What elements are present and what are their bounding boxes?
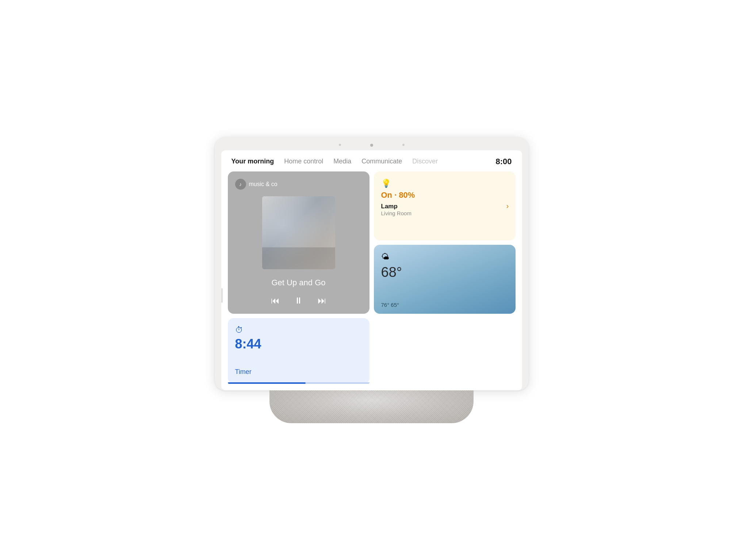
- music-app-name: music & co: [249, 181, 277, 188]
- temperature-main: 68°: [381, 264, 508, 283]
- speaker-base: [269, 390, 474, 423]
- weather-card[interactable]: 🌤 68° 76° 65°: [374, 245, 516, 314]
- nav-your-morning[interactable]: Your morning: [231, 158, 274, 165]
- navbar: Your morning Home control Media Communic…: [221, 150, 522, 171]
- weather-icon-row: 🌤: [381, 252, 508, 262]
- nav-communicate[interactable]: Communicate: [361, 158, 402, 165]
- lamp-icon: 💡: [381, 179, 508, 188]
- lamp-card[interactable]: 💡 On · 80% Lamp Living Room ›: [374, 171, 516, 240]
- nav-media[interactable]: Media: [333, 158, 351, 165]
- timer-icon: ⏱: [235, 325, 362, 335]
- google-nest-hub: Your morning Home control Media Communic…: [215, 137, 529, 423]
- pause-button[interactable]: ⏸: [294, 296, 303, 305]
- prev-button[interactable]: ⏮: [271, 296, 280, 305]
- device-body: Your morning Home control Media Communic…: [215, 137, 529, 390]
- lamp-chevron-icon[interactable]: ›: [506, 202, 509, 210]
- lamp-status: On · 80%: [381, 190, 508, 200]
- music-card[interactable]: ♪ music & co Get Up and Go ⏮ ⏸ ⏭: [228, 171, 369, 314]
- music-app-label: ♪ music & co: [235, 179, 277, 190]
- music-app-icon: ♪: [235, 179, 246, 190]
- camera-dot-left: [339, 144, 341, 146]
- content-grid: ♪ music & co Get Up and Go ⏮ ⏸ ⏭: [221, 171, 522, 390]
- camera-dot-center: [370, 144, 373, 147]
- album-art: [262, 196, 335, 269]
- screen: Your morning Home control Media Communic…: [221, 150, 522, 390]
- timer-progress-bar: [228, 382, 369, 384]
- nav-discover[interactable]: Discover: [412, 158, 438, 165]
- player-controls: ⏮ ⏸ ⏭: [271, 296, 326, 305]
- lamp-name: Lamp: [381, 203, 508, 210]
- next-button[interactable]: ⏭: [318, 296, 326, 305]
- timer-progress-fill: [228, 382, 306, 384]
- sun-icon: 🌤: [381, 252, 389, 262]
- track-title: Get Up and Go: [272, 278, 326, 287]
- temperature-range: 76° 65°: [381, 302, 508, 308]
- power-cord: [221, 288, 229, 303]
- nav-home-control[interactable]: Home control: [284, 158, 323, 165]
- clock-display: 8:00: [495, 157, 512, 166]
- timer-card[interactable]: ⏱ 8:44 Timer: [228, 318, 369, 384]
- camera-dot-right: [402, 144, 405, 146]
- timer-label: Timer: [235, 368, 362, 376]
- speaker-fabric-texture: [269, 390, 474, 423]
- timer-time: 8:44: [235, 336, 362, 352]
- lamp-room: Living Room: [381, 210, 508, 216]
- camera-bar: [221, 144, 522, 147]
